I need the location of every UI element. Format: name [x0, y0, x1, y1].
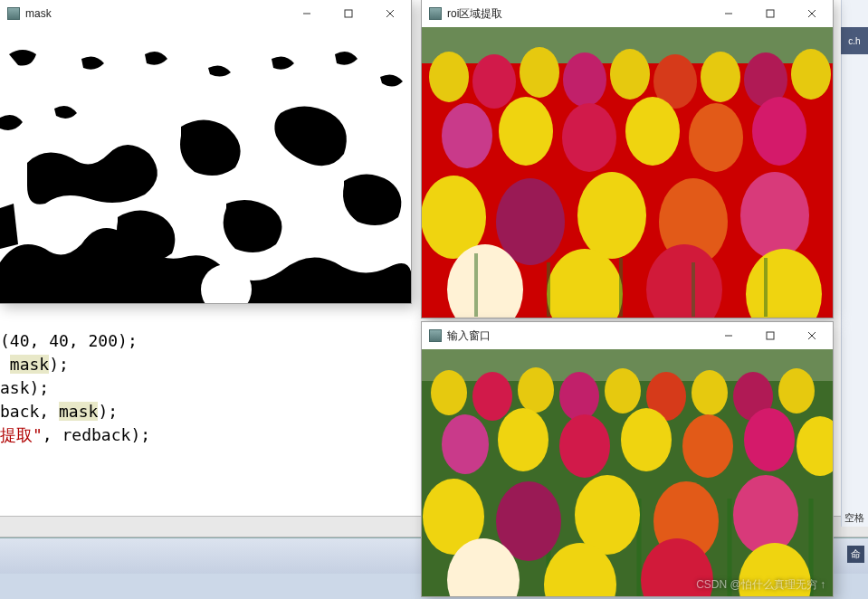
- code-line-5: 提取", redback);: [0, 425, 150, 444]
- svg-point-29: [577, 172, 646, 259]
- svg-rect-7: [767, 10, 774, 17]
- close-button[interactable]: [791, 0, 833, 27]
- svg-point-69: [682, 414, 733, 478]
- code-line-2: mask);: [0, 355, 69, 374]
- window-title: 输入窗口: [447, 328, 491, 344]
- window-input[interactable]: 输入窗口: [421, 321, 834, 597]
- svg-point-20: [791, 49, 831, 100]
- ide-right-tab[interactable]: c.h: [841, 27, 868, 54]
- minimize-button[interactable]: [286, 0, 328, 27]
- svg-point-64: [778, 368, 815, 414]
- maximize-button[interactable]: [328, 0, 369, 27]
- maximize-button[interactable]: [749, 322, 791, 349]
- editor-code-area[interactable]: (40, 40, 200); mask); ask); back, mask);…: [0, 306, 150, 471]
- app-icon: [429, 7, 442, 20]
- svg-point-23: [562, 103, 616, 172]
- svg-point-74: [575, 475, 640, 555]
- svg-point-21: [442, 103, 492, 168]
- svg-point-25: [689, 103, 743, 172]
- close-button[interactable]: [791, 322, 833, 349]
- window-mask[interactable]: mask: [0, 0, 412, 304]
- roi-image-content: [422, 27, 833, 318]
- svg-point-62: [692, 370, 728, 415]
- svg-point-26: [752, 97, 806, 166]
- svg-point-24: [625, 97, 680, 166]
- svg-point-56: [431, 370, 467, 415]
- code-line-1: (40, 40, 200);: [0, 331, 138, 350]
- svg-point-58: [518, 367, 554, 413]
- svg-point-22: [499, 97, 553, 166]
- svg-point-18: [701, 52, 740, 102]
- titlebar-mask[interactable]: mask: [0, 0, 411, 27]
- svg-point-66: [498, 408, 548, 471]
- svg-point-65: [442, 414, 489, 474]
- maximize-button[interactable]: [749, 0, 791, 27]
- window-roi[interactable]: roi区域提取: [421, 0, 834, 319]
- minimize-button[interactable]: [708, 322, 749, 349]
- svg-point-14: [520, 47, 559, 98]
- svg-rect-42: [767, 332, 774, 339]
- svg-point-59: [559, 372, 599, 421]
- code-line-4: back, mask);: [0, 402, 118, 421]
- svg-rect-1: [345, 10, 352, 17]
- svg-point-60: [605, 368, 641, 414]
- minimize-button[interactable]: [708, 0, 749, 27]
- svg-point-57: [472, 372, 512, 421]
- code-line-3: ask);: [0, 378, 49, 397]
- input-image-content: CSDN @怕什么真理无穷 ↑: [422, 349, 833, 596]
- svg-point-13: [472, 54, 516, 109]
- close-button[interactable]: [369, 0, 411, 27]
- app-icon: [7, 7, 20, 20]
- ide-right-panel: [841, 0, 868, 527]
- app-icon: [429, 329, 442, 342]
- ide-side-label-2[interactable]: 命: [847, 546, 864, 563]
- svg-point-68: [621, 408, 672, 471]
- window-title: roi区域提取: [447, 6, 502, 22]
- svg-point-67: [559, 414, 610, 478]
- svg-point-76: [733, 475, 798, 555]
- svg-point-31: [740, 172, 809, 259]
- svg-point-15: [563, 52, 606, 107]
- mask-image-content: [0, 27, 411, 303]
- svg-point-16: [610, 49, 650, 100]
- titlebar-roi[interactable]: roi区域提取: [422, 0, 833, 27]
- ide-side-label-1: 空格: [844, 511, 864, 525]
- titlebar-input[interactable]: 输入窗口: [422, 322, 833, 349]
- window-title: mask: [25, 7, 52, 20]
- svg-point-70: [744, 408, 795, 471]
- svg-point-12: [429, 52, 469, 102]
